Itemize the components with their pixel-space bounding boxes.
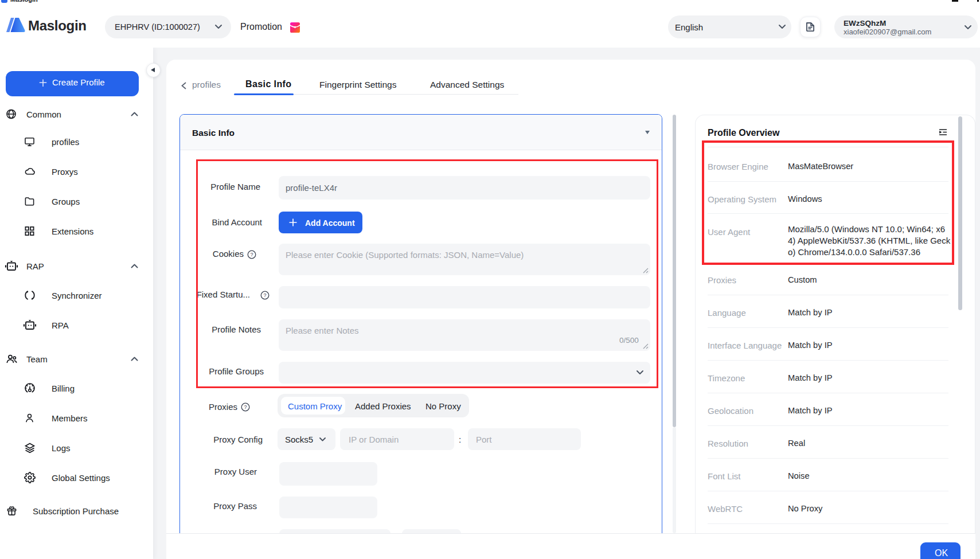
svg-text:?: ? — [244, 404, 247, 410]
